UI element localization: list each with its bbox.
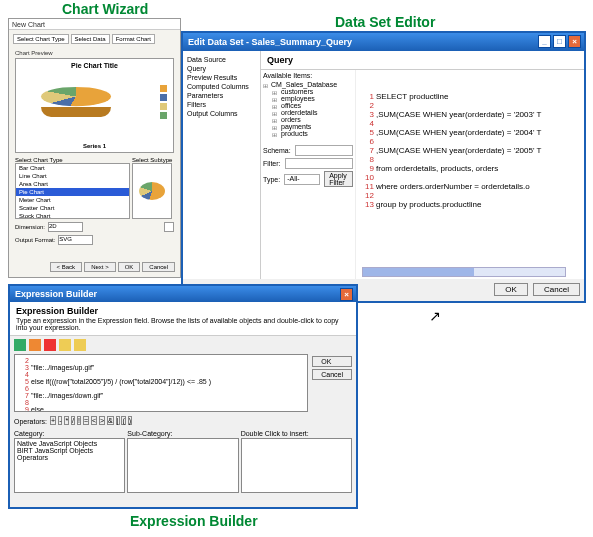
chart-wizard-titlebar[interactable]: New Chart [9,19,180,30]
chart-type-item[interactable]: Pie Chart [16,188,129,196]
operator-button[interactable]: + [50,416,56,425]
eb-subhead: Type an expression in the Expression fie… [16,317,350,331]
caption-expression-builder: Expression Builder [130,513,258,529]
eb-ok-button[interactable]: OK [312,356,352,367]
operator-button[interactable]: / [71,416,75,425]
tree-item[interactable]: products [263,130,353,137]
eb-titlebar[interactable]: Expression Builder × [10,286,356,302]
copy-icon[interactable] [14,339,26,351]
tree-item[interactable]: customers [263,88,353,95]
data-set-editor-window: Edit Data Set - Sales_Summary_Query _ □ … [181,31,586,303]
tree-item[interactable]: orderdetails [263,109,353,116]
dse-nav-item[interactable]: Data Source [187,55,256,64]
chart-subtype-swatch[interactable] [132,163,172,219]
delete-icon[interactable] [44,339,56,351]
tree-item[interactable]: employees [263,95,353,102]
dse-nav-item[interactable]: Query [187,64,256,73]
undo-icon[interactable] [59,339,71,351]
dse-cancel-button[interactable]: Cancel [533,283,580,296]
category-header: Category: [14,430,125,438]
sql-editor[interactable]: 1SELECT productline23,SUM(CASE WHEN year… [356,70,584,279]
tab-select-data[interactable]: Select Data [71,34,110,44]
type-select[interactable]: -All- [284,174,320,185]
series-name: Series 1 [16,143,173,149]
operator-button[interactable]: | [116,416,120,425]
operators-label: Operators: [14,418,47,425]
maximize-icon[interactable]: □ [553,35,566,48]
schema-label: Schema: [263,147,291,154]
tree-item[interactable]: orders [263,116,353,123]
sql-scrollbar[interactable] [362,267,566,277]
next-button[interactable]: Next > [84,262,116,272]
subcategory-header: Sub-Category: [127,430,238,438]
close-icon[interactable]: × [568,35,581,48]
dse-ok-button[interactable]: OK [494,283,528,296]
dse-heading: Query [261,51,584,70]
available-items-tree[interactable]: Available Items: CM_Sales_Database custo… [261,70,356,279]
tree-root[interactable]: CM_Sales_Database [263,81,353,88]
category-item[interactable]: BIRT JavaScript Objects [17,447,122,454]
chart-type-item[interactable]: Stock Chart [16,212,129,219]
category-item[interactable]: Operators [17,454,122,461]
operator-button[interactable]: * [64,416,69,425]
chart-type-item[interactable]: Bar Chart [16,164,129,172]
insert-list[interactable] [241,438,352,493]
eb-toolbar [10,336,356,354]
tree-item[interactable]: offices [263,102,353,109]
caption-chart-wizard: Chart Wizard [62,1,148,17]
chart-preview: Pie Chart Title Series 1 [15,58,174,153]
dimension-select[interactable]: 2D [48,222,83,232]
operator-button[interactable]: ! [77,416,81,425]
back-button[interactable]: < Back [50,262,83,272]
operator-button[interactable]: ) [128,416,132,425]
dse-nav-item[interactable]: Output Columns [187,109,256,118]
category-item[interactable]: Native JavaScript Objects [17,440,122,447]
tab-select-type[interactable]: Select Chart Type [13,34,69,44]
output-format-label: Output Format: [15,237,55,243]
schema-select[interactable] [295,145,353,156]
operator-button[interactable]: = [83,416,89,425]
ok-button[interactable]: OK [118,262,141,272]
operator-button[interactable]: < [91,416,97,425]
dse-nav-item[interactable]: Parameters [187,91,256,100]
minimize-icon[interactable]: _ [538,35,551,48]
dse-titlebar[interactable]: Edit Data Set - Sales_Summary_Query _ □ … [183,33,584,51]
eb-cancel-button[interactable]: Cancel [312,369,352,380]
tree-item[interactable]: payments [263,123,353,130]
eb-title-text: Expression Builder [15,289,97,299]
help-button[interactable] [164,222,174,232]
chart-type-list[interactable]: Bar ChartLine ChartArea ChartPie ChartMe… [15,163,130,219]
dse-nav-item[interactable]: Computed Columns [187,82,256,91]
apply-filter-button[interactable]: Apply Filter [324,171,353,187]
operator-button[interactable]: - [58,416,62,425]
pie-title: Pie Chart Title [16,59,173,69]
chart-type-item[interactable]: Line Chart [16,172,129,180]
output-format-select[interactable]: SVG [58,235,93,245]
chart-type-item[interactable]: Area Chart [16,180,129,188]
operator-button[interactable]: ( [121,416,125,425]
pie-chart [41,79,111,114]
eb-close-icon[interactable]: × [340,288,353,301]
available-items-label: Available Items: [263,72,353,81]
operator-button[interactable]: > [99,416,105,425]
pie-legend [160,85,167,121]
subcategory-list[interactable] [127,438,238,493]
redo-icon[interactable] [74,339,86,351]
dse-nav-item[interactable]: Preview Results [187,73,256,82]
expression-textarea[interactable]: 23"file:../images/up.gif"45else if(((row… [14,354,308,412]
chart-wizard-tabs: Select Chart Type Select Data Format Cha… [9,30,180,48]
dse-nav-item[interactable]: Filters [187,100,256,109]
chart-wizard-buttons: < Back Next > OK Cancel [50,262,175,272]
chart-type-item[interactable]: Meter Chart [16,196,129,204]
eb-heading: Expression Builder [16,306,350,316]
cancel-button[interactable]: Cancel [142,262,175,272]
category-list[interactable]: Native JavaScript ObjectsBIRT JavaScript… [14,438,125,493]
cursor-icon [429,308,441,324]
filter-input[interactable] [285,158,354,169]
dse-title-text: Edit Data Set - Sales_Summary_Query [188,37,352,47]
chart-wizard-window: New Chart Select Chart Type Select Data … [8,18,181,278]
chart-type-item[interactable]: Scatter Chart [16,204,129,212]
tab-format[interactable]: Format Chart [112,34,155,44]
cut-icon[interactable] [29,339,41,351]
operator-button[interactable]: & [107,416,114,425]
